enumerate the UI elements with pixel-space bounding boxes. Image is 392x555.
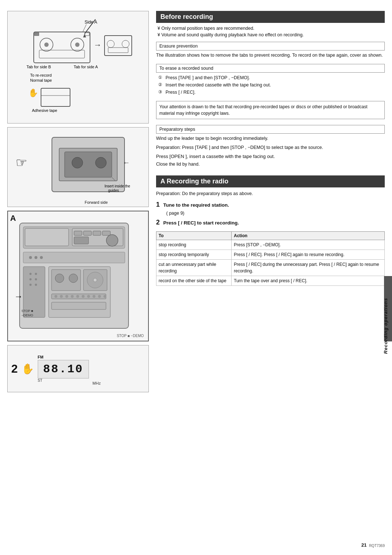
svg-point-30 [95,157,106,168]
svg-rect-10 [34,33,39,36]
bullet-2: Volume and sound quality during playback… [156,32,385,37]
svg-point-64 [54,295,57,298]
step-1-sub: ( page 9) [156,210,385,217]
table-col-action: Action [232,232,385,240]
svg-point-29 [72,157,83,168]
svg-point-8 [75,42,79,47]
model-number: RQT7369 [369,544,385,548]
table-cell-to: record on the other side of the tape [156,276,232,286]
svg-rect-16 [108,48,128,53]
svg-point-54 [29,284,32,286]
svg-point-66 [65,295,68,298]
svg-rect-45 [23,252,125,263]
table-cell-action: Turn the tape over and press [ / REC]. [232,276,385,286]
svg-text:Tab for side A: Tab for side A [74,65,98,69]
svg-point-73 [103,295,106,298]
svg-rect-39 [74,231,82,235]
frequency-display: 88.10 [38,360,89,378]
erasure-prevention-title: Erasure prevention [159,44,198,49]
svg-point-59 [69,274,78,283]
finger-svg: ☞ [12,131,45,203]
svg-text:Adhesive tape: Adhesive tape [32,108,57,113]
erasure-prevention-body: The illustration shows how to remove the… [156,52,385,59]
right-column: Before recording Only normal position ta… [156,11,385,544]
svg-text:→: → [14,291,23,301]
svg-point-46 [29,256,32,259]
table-row: stop recordingPress [STOP , −DEMO]. [156,240,385,250]
svg-point-14 [107,40,114,48]
erase-sound-title: To erase a recorded sound [159,66,213,71]
svg-rect-40 [83,231,91,235]
svg-line-1 [83,24,86,32]
table-col-to: To [156,232,232,240]
svg-point-48 [40,256,43,259]
svg-rect-41 [93,231,101,235]
diagram-A: A [7,211,149,341]
step-2-line: 2 Press [ / REC] to start recording. [156,219,385,226]
mhz-label: MHz [93,381,101,385]
device-mid-svg: → Insert inside the guides [48,130,135,203]
erase-step-3: ③ Press [ / REC]. [158,89,385,96]
table-cell-action: Press [STOP , −DEMO]. [232,240,385,250]
svg-text:☞: ☞ [16,155,27,170]
wind-up-text: Wind up the leader tape to begin recordi… [156,135,385,142]
svg-text:STOP ■: STOP ■ [21,309,33,313]
svg-point-71 [93,295,95,298]
svg-text:−DEMO: −DEMO [21,313,33,317]
erase-steps: ① Press [TAPE ] and then [STOP , −DEMO].… [156,74,385,96]
svg-text:→: → [123,159,130,167]
table-cell-action: Press [ / REC] during the unnecessary pa… [232,260,385,276]
svg-point-67 [71,295,74,298]
svg-text:✋: ✋ [28,88,38,98]
left-column: Side A → [7,11,149,544]
erase-step-2: ② Insert the recorded cassette with the … [158,81,385,89]
stereo-device-svg: STOP ■ −DEMO → [12,216,143,336]
svg-point-51 [35,273,37,275]
fm-label: FM [38,355,44,359]
svg-text:Normal tape: Normal tape [30,78,52,82]
svg-rect-74 [52,302,106,309]
preparatory-steps-box: Preparatory steps [156,125,385,134]
svg-rect-42 [102,231,110,235]
table-cell-action: Press [ / REC]. Press [ / REC] again to … [232,250,385,260]
svg-rect-43 [74,237,89,244]
action-table: To Action stop recordingPress [STOP , −D… [156,231,385,286]
erase-sound-box: To erase a recorded sound [156,64,385,73]
bullet-1: Only normal position tapes are recommend… [156,26,385,31]
table-cell-to: stop recording [156,240,232,250]
table-cell-to: stop recording temporarily [156,250,232,260]
svg-point-47 [34,256,37,259]
svg-point-6 [44,42,49,47]
stereo-display-box: 2 ✋ FM 88.10 ST MHz [7,345,149,392]
recording-steps: 1 Tune to the required station. ( page 9… [156,201,385,228]
svg-point-55 [35,284,37,286]
svg-rect-37 [25,228,69,246]
hand-icon: ✋ [21,363,34,375]
svg-text:guides: guides [108,189,119,193]
svg-text:To re-record: To re-record [30,73,52,77]
table-row: stop recording temporarilyPress [ / REC]… [156,250,385,260]
close-lid-text: Close the lid by hand. [156,162,385,167]
press-open-text: Press [OPEN ], insert a cassette with th… [156,153,385,160]
preparation-text: Preparation: Press [TAPE ] and then [STO… [156,144,385,151]
svg-point-58 [55,274,64,283]
before-recording-header: Before recording [156,11,385,23]
svg-point-70 [87,295,90,298]
sidebar-text: Recording operations [383,298,388,354]
svg-text:→: → [94,40,102,49]
svg-text:Insert inside the: Insert inside the [105,184,130,188]
svg-point-44 [106,235,118,246]
svg-rect-22 [41,88,70,106]
erase-step-1: ① Press [TAPE ] and then [STOP , −DEMO]. [158,74,385,81]
svg-point-65 [60,295,63,298]
svg-rect-11 [85,33,89,36]
svg-point-53 [35,278,37,280]
radio-preparation: Preparation: Do the preparatory steps as… [156,190,385,197]
tape-diagram-top: Side A → [7,11,149,123]
recording-radio-header: A Recording the radio [156,175,385,187]
stop-demo-note: STOP ■ −DEMO [117,334,144,338]
table-cell-to: cut an unnecessary part while recording [156,260,232,276]
step-1-line: 1 Tune to the required station. [156,201,385,208]
preparatory-steps-title: Preparatory steps [159,127,195,132]
page-number: 21 [362,542,367,548]
